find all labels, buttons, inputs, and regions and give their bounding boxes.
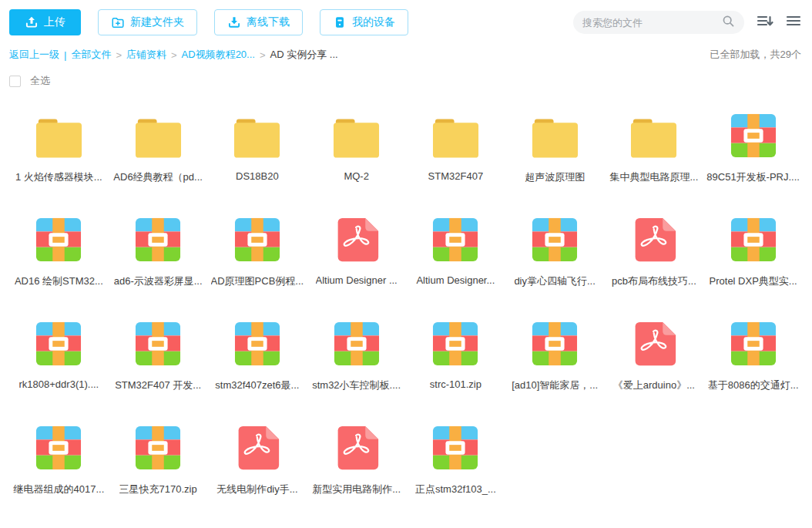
file-name: AD原理图PCB例程...	[211, 274, 304, 288]
folder-icon	[629, 119, 678, 162]
file-item[interactable]: diy掌心四轴飞行...	[505, 217, 605, 288]
file-name: stm32小车控制板....	[312, 378, 401, 392]
search-icon[interactable]	[722, 15, 735, 31]
file-name: 89C51开发板-PRJ....	[706, 170, 800, 184]
pdf-file-icon	[234, 425, 280, 474]
file-name: 继电器组成的4017...	[13, 483, 104, 496]
rar-archive-icon	[233, 321, 281, 370]
file-item[interactable]: 三星快充7170.zip	[109, 425, 208, 496]
upload-button[interactable]: 上传	[9, 9, 81, 35]
file-name: Altium Designer...	[416, 274, 495, 286]
offline-download-button[interactable]: 离线下载	[214, 9, 303, 35]
my-devices-button[interactable]: 我的设备	[320, 9, 408, 35]
toolbar: 上传 新建文件夹 离线下载 我的设备	[0, 0, 812, 35]
file-name: 1 火焰传感器模块...	[15, 170, 102, 184]
rar-archive-icon	[431, 321, 479, 370]
file-item[interactable]: 基于8086的交通灯...	[703, 321, 803, 392]
menu-icon[interactable]	[786, 13, 801, 32]
file-item[interactable]: [ad10]智能家居，...	[505, 321, 605, 392]
folder-icon	[35, 119, 83, 162]
rar-archive-icon	[730, 113, 777, 162]
file-name: 基于8086的交通灯...	[708, 378, 799, 392]
file-item[interactable]: MQ-2	[307, 113, 406, 184]
my-devices-label: 我的设备	[352, 15, 395, 29]
breadcrumb-back-link[interactable]: 返回上一级	[9, 48, 59, 62]
pdf-file-icon	[631, 321, 677, 370]
file-item[interactable]: Altium Designer...	[406, 217, 505, 288]
file-name: MQ-2	[344, 170, 369, 182]
folder-icon	[233, 119, 281, 162]
breadcrumb: 返回上一级 | 全部文件 > 店铺资料 > AD视频教程20... > AD 实…	[9, 48, 338, 62]
pdf-file-icon	[334, 217, 380, 266]
breadcrumb-link-ad-video[interactable]: AD视频教程20...	[182, 48, 255, 62]
new-folder-button[interactable]: 新建文件夹	[98, 9, 197, 35]
download-icon	[227, 15, 241, 29]
file-item[interactable]: 无线电制作diy手...	[208, 425, 307, 496]
breadcrumb-separator: >	[260, 49, 266, 61]
file-item[interactable]: DS18B20	[208, 113, 307, 184]
file-item[interactable]: 《爱上arduino》...	[605, 321, 704, 392]
file-item[interactable]: Altium Designer ...	[307, 217, 406, 288]
search-input[interactable]	[582, 17, 722, 29]
file-item[interactable]: 89C51开发板-PRJ....	[703, 113, 803, 184]
file-item[interactable]: 集中典型电路原理...	[605, 113, 704, 184]
breadcrumb-separator: >	[116, 49, 122, 61]
load-status: 已全部加载，共29个	[710, 48, 801, 62]
file-item[interactable]: Protel DXP典型实...	[703, 217, 803, 288]
file-item[interactable]: AD6经典教程（pd...	[109, 113, 208, 184]
file-item[interactable]: AD16 绘制STM32...	[9, 217, 109, 288]
file-item[interactable]: 正点stm32f103_...	[406, 425, 505, 496]
breadcrumb-current: AD 实例分享 ...	[270, 48, 338, 62]
file-item[interactable]: ad6-示波器彩屏显...	[109, 217, 208, 288]
file-name: STM32F407 开发...	[115, 378, 201, 392]
breadcrumb-row: 返回上一级 | 全部文件 > 店铺资料 > AD视频教程20... > AD 实…	[0, 35, 812, 62]
file-name: AD16 绘制STM32...	[15, 274, 103, 288]
rar-archive-icon	[531, 321, 579, 370]
folder-icon	[531, 119, 579, 162]
file-item[interactable]: strc-101.zip	[406, 321, 505, 392]
file-name: Altium Designer ...	[316, 274, 398, 286]
file-item[interactable]: rk1808+ddr3(1)....	[9, 321, 109, 392]
rar-archive-icon	[35, 217, 82, 266]
folder-icon	[134, 119, 183, 162]
file-item[interactable]: 1 火焰传感器模块...	[9, 113, 109, 184]
upload-icon	[25, 15, 39, 29]
file-name: 集中典型电路原理...	[609, 170, 698, 184]
new-folder-label: 新建文件夹	[130, 15, 184, 29]
breadcrumb-pipe: |	[64, 49, 66, 61]
rar-archive-icon	[531, 217, 579, 266]
file-name: STM32F407	[428, 170, 484, 182]
rar-archive-icon	[134, 425, 182, 474]
breadcrumb-separator: >	[171, 49, 177, 61]
file-item[interactable]: pcb布局布线技巧...	[605, 217, 704, 288]
upload-label: 上传	[44, 15, 65, 29]
file-item[interactable]: 新型实用电路制作...	[307, 425, 406, 496]
search-box[interactable]	[573, 11, 744, 34]
offline-download-label: 离线下载	[247, 15, 290, 29]
select-all-label: 全选	[30, 74, 50, 88]
pdf-file-icon	[334, 425, 380, 474]
file-item[interactable]: stm32小车控制板....	[307, 321, 406, 392]
file-name: 无线电制作diy手...	[216, 483, 297, 496]
breadcrumb-link-all-files[interactable]: 全部文件	[71, 48, 111, 62]
select-all-checkbox[interactable]	[9, 76, 21, 87]
file-name: strc-101.zip	[430, 378, 481, 390]
breadcrumb-link-shop-data[interactable]: 店铺资料	[126, 48, 166, 62]
rar-archive-icon	[730, 217, 777, 266]
file-item[interactable]: 继电器组成的4017...	[9, 425, 109, 496]
file-name: DS18B20	[236, 170, 279, 182]
rar-archive-icon	[730, 321, 777, 370]
file-item[interactable]: stm32f407zet6最...	[208, 321, 307, 392]
file-item[interactable]: STM32F407 开发...	[109, 321, 208, 392]
file-name: [ad10]智能家居，...	[512, 378, 598, 392]
file-item[interactable]: 超声波原理图	[505, 113, 605, 184]
pdf-file-icon	[631, 217, 677, 266]
file-item[interactable]: STM32F407	[406, 113, 505, 184]
file-name: 三星快充7170.zip	[119, 483, 197, 496]
file-name: ad6-示波器彩屏显...	[114, 274, 203, 288]
rar-archive-icon	[233, 217, 281, 266]
file-item[interactable]: AD原理图PCB例程...	[208, 217, 307, 288]
sort-icon[interactable]	[757, 13, 773, 32]
folder-icon	[332, 119, 381, 162]
rar-archive-icon	[134, 217, 182, 266]
